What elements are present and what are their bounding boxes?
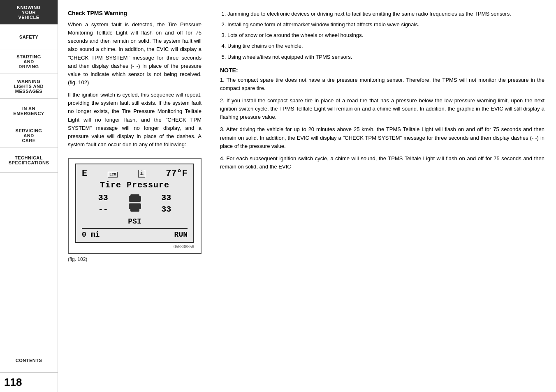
sidebar-item-knowing-your-vehicle[interactable]: KNOWING YOUR VEHICLE bbox=[0, 0, 58, 25]
evic-display: E ECO i 77°F Tire Pressure 33 bbox=[75, 164, 194, 243]
note-2: 2. If you install the compact spare tire… bbox=[220, 97, 544, 121]
main-content: Check TPMS Warning When a system fault i… bbox=[58, 0, 556, 392]
list-item: Lots of snow or ice around the wheels or… bbox=[227, 31, 544, 39]
evic-bottom-right-pressure: 33 bbox=[145, 205, 188, 214]
sidebar-item-warning-lights-and-messages[interactable]: WARNING LIGHTS AND MESSAGES bbox=[0, 74, 58, 99]
note-1: 1. The compact spare tire does not have … bbox=[220, 76, 544, 92]
left-column: Check TPMS Warning When a system fault i… bbox=[58, 0, 210, 392]
evic-left-letter: E bbox=[82, 168, 87, 179]
evic-top-row: E ECO i 77°F bbox=[82, 168, 188, 179]
page-number: 118 bbox=[4, 376, 22, 389]
svg-rect-2 bbox=[129, 203, 141, 209]
figure-code: 055838856 bbox=[75, 244, 194, 249]
list-item: Installing some form of aftermarket wind… bbox=[227, 21, 544, 29]
right-column: Jamming due to electronic devices or dri… bbox=[210, 0, 556, 392]
evic-odometer: 0 mi bbox=[82, 231, 100, 239]
list-item: Using tire chains on the vehicle. bbox=[227, 42, 544, 50]
evic-bottom-row: 0 mi RUN bbox=[82, 231, 188, 239]
note-4: 4. For each subsequent ignition switch c… bbox=[220, 154, 544, 171]
evic-top-right-pressure: 33 bbox=[145, 193, 188, 203]
evic-mode: RUN bbox=[174, 231, 188, 239]
evic-title: Tire Pressure bbox=[82, 180, 188, 190]
paragraph-1: When a system fault is detected, the Tir… bbox=[68, 21, 202, 87]
sidebar-item-starting-and-driving[interactable]: STARTING AND DRIVING bbox=[0, 49, 58, 74]
evic-psi: PSI bbox=[82, 217, 188, 226]
content-columns: Check TPMS Warning When a system fault i… bbox=[58, 0, 556, 392]
sidebar-item-in-an-emergency[interactable]: IN AN EMERGENCY bbox=[0, 99, 58, 123]
list-item: Jamming due to electronic devices or dri… bbox=[227, 10, 544, 18]
car-bottom-svg bbox=[128, 203, 142, 212]
sidebar-item-technical-specifications[interactable]: TECHNICAL SPECIFICATIONS bbox=[0, 148, 58, 173]
note-3: 3. After driving the vehicle for up to 2… bbox=[220, 125, 544, 150]
evic-pressure-grid: 33 33 -- bbox=[82, 193, 188, 215]
svg-rect-3 bbox=[130, 208, 139, 212]
sidebar-item-safety[interactable]: SAFETY bbox=[0, 25, 58, 49]
evic-car-icon-bottom bbox=[128, 203, 142, 215]
sidebar: KNOWING YOUR VEHICLE SAFETY STARTING AND… bbox=[0, 0, 58, 392]
sidebar-item-servicing-and-care[interactable]: SERVICING AND CARE bbox=[0, 123, 58, 148]
evic-car-icon-top bbox=[128, 194, 142, 203]
evic-bottom-left-pressure: -- bbox=[82, 205, 125, 214]
list-item: Using wheels/tires not equipped with TPM… bbox=[227, 53, 544, 61]
sidebar-item-contents[interactable]: CONTENTS bbox=[0, 348, 58, 373]
svg-rect-1 bbox=[130, 194, 139, 198]
evic-divider bbox=[82, 228, 188, 229]
page-number-area: 118 bbox=[0, 373, 58, 392]
evic-temperature: 77°F bbox=[166, 168, 188, 179]
paragraph-2: If the ignition switch is cycled, this s… bbox=[68, 91, 202, 149]
evic-figure: E ECO i 77°F Tire Pressure 33 bbox=[68, 158, 202, 254]
fault-list: Jamming due to electronic devices or dri… bbox=[220, 10, 544, 61]
evic-top-left-pressure: 33 bbox=[82, 193, 125, 203]
section-title: Check TPMS Warning bbox=[68, 10, 202, 16]
evic-info-symbol: i bbox=[138, 170, 145, 178]
fig-caption-left: (fig. 102) bbox=[68, 256, 202, 262]
evic-eco-label: ECO bbox=[108, 170, 118, 178]
car-top-svg bbox=[128, 194, 142, 203]
note-title: NOTE: bbox=[220, 67, 544, 74]
